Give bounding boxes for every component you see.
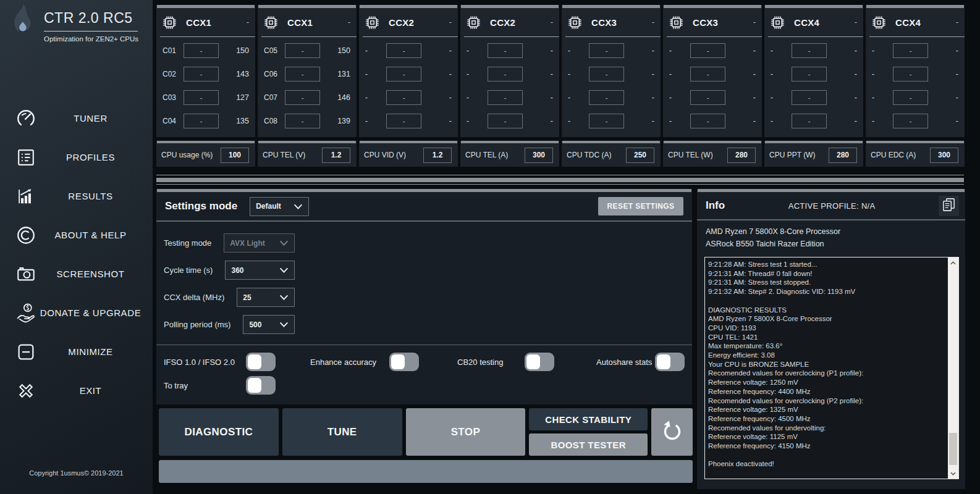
core-frequency-input[interactable]: - — [285, 43, 320, 58]
toggle-row-ifso-1-0-ifso-2-0: IFSO 1.0 / IFSO 2.0 — [164, 353, 310, 371]
core-label: C05 — [264, 46, 282, 55]
stat-value-input[interactable]: 1.2 — [322, 148, 350, 163]
dropdown-polling-period-ms[interactable]: 500 — [243, 315, 295, 334]
core-label: - — [365, 117, 384, 125]
scrollbar-thumb[interactable] — [949, 433, 957, 465]
toggle-ifso-1-0-ifso-2-0[interactable] — [246, 353, 276, 371]
settings-mode-dropdown[interactable]: Default — [250, 197, 309, 216]
sidebar-item-exit[interactable]: EXIT — [0, 371, 153, 410]
scroll-up-arrow[interactable] — [948, 257, 958, 268]
sidebar-item-profiles[interactable]: PROFILES — [0, 138, 153, 177]
copy-log-button[interactable] — [939, 196, 959, 216]
toggle-autoshare-stats[interactable] — [655, 353, 685, 371]
scroll-down-arrow[interactable] — [948, 468, 958, 479]
core-row: --- — [764, 109, 863, 133]
log-line: CPU VID: 1193 — [708, 324, 947, 333]
core-frequency-input[interactable]: - — [488, 90, 523, 105]
stat-value-input[interactable]: 300 — [525, 148, 553, 163]
stop-button[interactable]: STOP — [406, 408, 526, 456]
refresh-icon — [661, 420, 683, 444]
core-frequency-input[interactable]: - — [690, 67, 725, 82]
reset-settings-button[interactable]: RESET SETTINGS — [598, 197, 683, 216]
stat-value-input[interactable]: 280 — [829, 148, 857, 163]
core-frequency-input[interactable]: - — [792, 114, 827, 128]
core-frequency-input[interactable]: - — [589, 90, 624, 105]
sidebar-item-minimize[interactable]: MINIMIZE — [0, 332, 153, 371]
core-value: - — [855, 46, 857, 55]
dropdown-ccx-delta-mhz[interactable]: 25 — [237, 288, 295, 307]
core-frequency-input[interactable]: - — [589, 67, 624, 82]
stat-value-input[interactable]: 100 — [221, 148, 249, 163]
stat-value-input[interactable]: 250 — [626, 148, 654, 163]
ccx-header-value: - — [551, 18, 553, 27]
core-frequency-input[interactable]: - — [488, 43, 523, 58]
core-frequency-input[interactable]: - — [690, 90, 725, 105]
tune-button[interactable]: TUNE — [282, 408, 402, 456]
dropdown-testing-mode[interactable]: AVX Light — [224, 233, 295, 253]
sidebar-item-screenshot[interactable]: SCREENSHOT — [0, 254, 153, 293]
toggle-to-tray[interactable] — [246, 376, 276, 395]
sidebar-item-results[interactable]: RESULTS — [0, 177, 153, 216]
core-label: - — [568, 93, 586, 102]
core-frequency-input[interactable]: - — [184, 67, 219, 82]
core-frequency-input[interactable]: - — [386, 114, 421, 128]
active-profile-label: ACTIVE PROFILE: N/A — [725, 201, 939, 211]
core-label: - — [568, 46, 586, 55]
setting-label: CCX delta (MHz) — [164, 293, 224, 302]
core-frequency-input[interactable]: - — [184, 90, 219, 105]
core-rows: ------------ — [562, 37, 661, 133]
core-frequency-input[interactable]: - — [893, 114, 928, 128]
core-frequency-input[interactable]: - — [690, 43, 725, 58]
check-stability-button[interactable]: CHECK STABILITY — [529, 408, 648, 430]
core-frequency-input[interactable]: - — [589, 43, 624, 58]
stat-value-input[interactable]: 1.2 — [423, 148, 452, 163]
core-frequency-input[interactable]: - — [488, 114, 523, 128]
stat-cell-cpu-tel-v: CPU TEL (V)1.2 — [258, 141, 357, 167]
sidebar-item-donate-upgrade[interactable]: DONATE & UPGRADE — [0, 293, 153, 332]
diagnostic-button[interactable]: DIAGNOSTIC — [159, 408, 279, 456]
stat-value-input[interactable]: 280 — [727, 148, 756, 163]
sidebar-item-about-help[interactable]: ABOUT & HELP — [0, 216, 153, 254]
core-rows: ------------ — [764, 37, 863, 133]
core-frequency-input[interactable]: - — [285, 90, 320, 105]
core-frequency-input[interactable]: - — [386, 67, 421, 82]
core-frequency-input[interactable]: - — [285, 114, 320, 128]
log-line: Recomended values for overclocking (P2 p… — [708, 396, 947, 406]
log-line: Recomended values for undervolting: — [708, 424, 947, 433]
core-frequency-input[interactable]: - — [589, 114, 624, 128]
core-frequency-input[interactable]: - — [792, 90, 827, 105]
core-label: - — [365, 70, 384, 78]
dropdown-cycle-time-s[interactable]: 360 — [225, 261, 295, 280]
results-icon — [15, 186, 37, 207]
core-value: 139 — [337, 117, 350, 125]
core-frequency-input[interactable]: - — [386, 43, 421, 58]
core-frequency-input[interactable]: - — [792, 43, 827, 58]
core-value: - — [956, 46, 958, 55]
core-frequency-input[interactable]: - — [893, 90, 928, 105]
core-frequency-input[interactable]: - — [893, 67, 928, 82]
toggle-enhance-accuracy[interactable] — [389, 353, 419, 371]
core-frequency-input[interactable]: - — [386, 90, 421, 105]
refresh-button[interactable] — [651, 408, 693, 456]
core-frequency-input[interactable]: - — [285, 67, 320, 82]
toggle-cb20-testing[interactable] — [525, 353, 554, 371]
panel-accent-bar — [157, 141, 255, 143]
scrollbar-track[interactable] — [948, 268, 958, 468]
core-frequency-input[interactable]: - — [690, 114, 725, 128]
stat-label: CPU PPT (W) — [769, 151, 829, 159]
core-frequency-input[interactable]: - — [792, 67, 827, 82]
core-row: C05-150 — [258, 39, 357, 62]
core-frequency-input[interactable]: - — [488, 67, 523, 82]
core-frequency-input[interactable]: - — [184, 43, 219, 58]
stat-cell-cpu-tel-w: CPU TEL (W)280 — [663, 141, 762, 167]
boost-tester-button[interactable]: BOOST TESTER — [529, 433, 648, 456]
gauge-icon — [15, 108, 37, 129]
sidebar-item-tuner[interactable]: TUNER — [0, 99, 153, 138]
settings-header: Settings mode Default RESET SETTINGS — [156, 192, 692, 220]
core-frequency-input[interactable]: - — [184, 114, 219, 128]
log-scrollbar[interactable] — [948, 257, 958, 479]
core-frequency-input[interactable]: - — [893, 43, 928, 58]
core-row: --- — [663, 39, 762, 62]
core-value: - — [449, 117, 452, 125]
stat-value-input[interactable]: 300 — [930, 148, 958, 163]
